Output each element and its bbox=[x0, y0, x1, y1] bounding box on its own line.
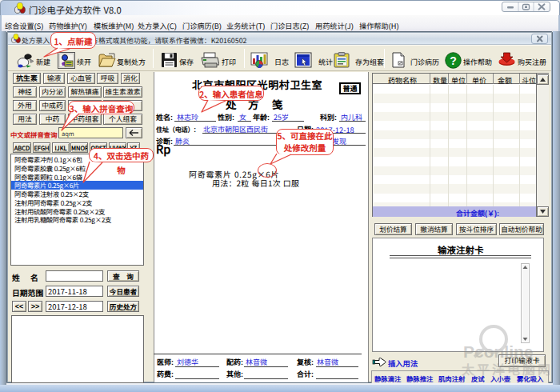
svg-text:?: ? bbox=[450, 54, 457, 67]
svg-text:太平洋电脑网: 太平洋电脑网 bbox=[461, 359, 550, 378]
svg-text:Pconline: Pconline bbox=[463, 342, 534, 361]
